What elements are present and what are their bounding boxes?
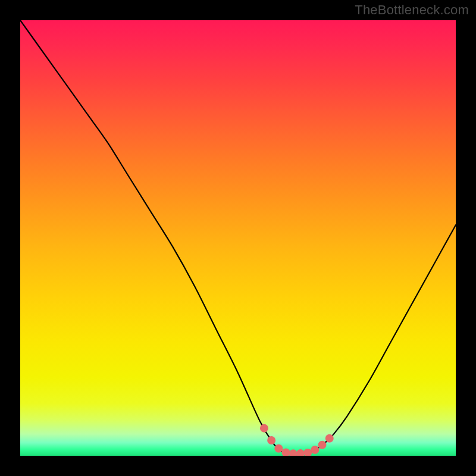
curve-svg xyxy=(20,20,456,456)
watermark-text: TheBottleneck.com xyxy=(355,2,469,18)
optimal-marker xyxy=(303,449,312,456)
chart-frame: TheBottleneck.com xyxy=(0,0,476,476)
optimal-marker xyxy=(282,449,290,456)
optimal-marker xyxy=(289,449,298,456)
bottleneck-curve xyxy=(20,20,456,454)
optimal-marker xyxy=(296,449,305,456)
optimal-band-markers xyxy=(260,424,334,456)
plot-area xyxy=(20,20,456,456)
optimal-marker xyxy=(311,446,319,454)
optimal-marker xyxy=(325,434,334,443)
optimal-marker xyxy=(274,444,283,453)
optimal-marker xyxy=(267,436,275,444)
optimal-marker xyxy=(260,424,268,433)
optimal-marker xyxy=(318,441,327,449)
